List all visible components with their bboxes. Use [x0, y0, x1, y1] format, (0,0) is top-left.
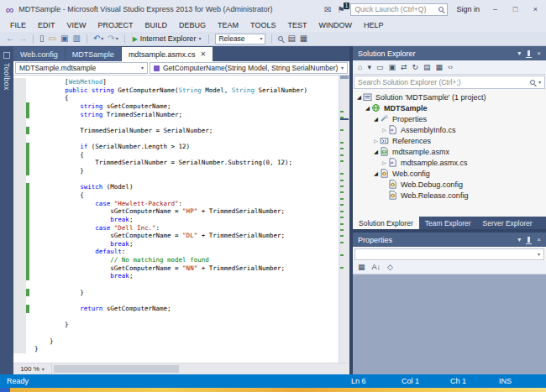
dock-tab-server-explorer[interactable]: Server Explorer	[477, 217, 538, 229]
breakpoint-margin[interactable]	[13, 175, 26, 184]
code-line[interactable]: break;	[13, 240, 339, 248]
breakpoint-margin[interactable]	[13, 329, 26, 337]
breakpoint-margin[interactable]	[13, 118, 26, 127]
chevron-down-icon[interactable]: ▾	[367, 64, 371, 71]
hscroll-track[interactable]	[52, 363, 349, 374]
code-line[interactable]: public string GetComputerName(String Mod…	[13, 86, 339, 95]
breakpoint-margin[interactable]	[13, 272, 26, 280]
collapse-arrow-icon[interactable]: ◢	[372, 149, 380, 155]
breakpoint-margin[interactable]	[13, 321, 26, 329]
breakpoint-margin[interactable]	[13, 248, 26, 256]
code-line[interactable]: }	[13, 167, 339, 175]
collapse-arrow-icon[interactable]: ◢	[355, 94, 363, 101]
tree-item-web-release-config[interactable]: Web.Release.config	[353, 190, 546, 201]
pin-icon[interactable]	[528, 237, 530, 243]
code-line[interactable]: // No matching model found	[13, 256, 339, 264]
code-line[interactable]: sGetComputerName = "HP" + TrimmedSerialN…	[13, 207, 339, 216]
code-line[interactable]: break;	[13, 216, 339, 224]
titlebar[interactable]: ∞ MDTSample - Microsoft Visual Studio Ex…	[0, 0, 546, 18]
close-tab-icon[interactable]: ✕	[200, 50, 206, 58]
expand-arrow-icon[interactable]: ▷	[381, 159, 388, 165]
menu-team[interactable]: TEAM	[212, 21, 244, 29]
navigate-forward-icon[interactable]: →	[18, 34, 27, 43]
window-position-icon[interactable]: ▾	[517, 236, 521, 243]
properties-window-icon[interactable]: ▦	[300, 34, 307, 43]
properties-titlebar[interactable]: Properties ▾×	[353, 233, 546, 247]
code-line[interactable]: switch (Model)	[13, 183, 339, 191]
menu-tools[interactable]: TOOLS	[244, 21, 281, 29]
dock-tab-solution-explorer[interactable]: Solution Explorer	[353, 217, 419, 229]
hscroll-thumb[interactable]	[54, 365, 179, 373]
code-line[interactable]: TrimmedSerialNumber = SerialNumber.Subst…	[13, 159, 339, 167]
menu-build[interactable]: BUILD	[139, 21, 174, 29]
menu-project[interactable]: PROJECT	[92, 21, 139, 29]
tree-item-mdtsample[interactable]: ◢MDTSample	[353, 102, 546, 113]
breakpoint-margin[interactable]	[13, 264, 26, 273]
property-pages-icon[interactable]: ◇	[387, 264, 393, 271]
tree-item-web-config[interactable]: ◢Web.config	[353, 168, 546, 179]
breakpoint-margin[interactable]	[13, 78, 26, 86]
code-line[interactable]	[13, 175, 339, 184]
refresh-icon[interactable]: ↻	[412, 64, 419, 71]
collapse-arrow-icon[interactable]: ◢	[364, 105, 371, 112]
breakpoint-margin[interactable]	[13, 345, 26, 353]
editor-vscrollbar[interactable]	[339, 76, 349, 363]
member-dropdown[interactable]: GetComputerName(String Model, String Ser…	[150, 62, 348, 74]
solution-search-input[interactable]: Search Solution Explorer (Ctrl+;) ▾	[354, 76, 545, 89]
breakpoint-margin[interactable]	[13, 159, 26, 167]
redo-icon[interactable]: ↷▾	[108, 34, 118, 43]
code-line[interactable]: string sGetComputerName;	[13, 102, 339, 111]
tree-item-solution-mdtsample-1-project-[interactable]: ◢Solution 'MDTSample' (1 project)	[353, 91, 546, 102]
maximize-button[interactable]: □	[508, 5, 522, 13]
breakpoint-margin[interactable]	[13, 224, 26, 233]
notifications-flag-icon[interactable]: ⚑ 1	[338, 5, 345, 14]
code-line[interactable]: {	[13, 191, 339, 200]
toolbox-tab[interactable]: Toolbox	[0, 46, 13, 374]
solution-explorer-titlebar[interactable]: Solution Explorer ▾×	[353, 46, 546, 60]
tree-item-web-debug-config[interactable]: Web.Debug.config	[353, 179, 546, 190]
code-line[interactable]: string TrimmedSerialNumber;	[13, 111, 339, 119]
tree-item-mdtsample-asmx[interactable]: ◢mdtsample.asmx	[353, 146, 546, 157]
breakpoint-margin[interactable]	[13, 313, 26, 321]
sync-with-active-document-icon[interactable]: ⇄	[401, 64, 407, 71]
code-line[interactable]: case "Dell Inc.":	[13, 224, 339, 233]
breakpoint-margin[interactable]	[13, 183, 26, 191]
code-line[interactable]: [WebMethod]	[13, 78, 339, 86]
collapse-arrow-icon[interactable]: ◢	[372, 116, 380, 123]
tree-item-references[interactable]: ▷References	[353, 135, 546, 146]
breakpoint-margin[interactable]	[13, 256, 26, 264]
scrollbar-split-handle[interactable]	[340, 76, 349, 79]
categorized-icon[interactable]: ▦	[358, 264, 365, 271]
breakpoint-margin[interactable]	[13, 143, 26, 151]
undo-icon[interactable]: ↶▾	[93, 34, 103, 43]
menu-edit[interactable]: EDIT	[32, 21, 61, 29]
save-icon[interactable]: ▣	[60, 34, 68, 43]
code-line[interactable]: }	[13, 289, 339, 297]
collapse-all-icon[interactable]: ▭	[376, 64, 384, 71]
close-button[interactable]: ×	[528, 5, 543, 13]
close-icon[interactable]: ×	[537, 50, 541, 57]
menu-window[interactable]: WINDOW	[312, 21, 358, 29]
code-line[interactable]: default:	[13, 248, 339, 256]
feedback-icon[interactable]: ✉	[324, 5, 331, 14]
minimize-button[interactable]: –	[488, 5, 502, 13]
menu-test[interactable]: TEST	[281, 21, 312, 29]
properties-object-dropdown[interactable]: ▾	[354, 248, 544, 260]
menu-debug[interactable]: DEBUG	[173, 21, 212, 29]
tab-web-config[interactable]: Web.config	[13, 47, 65, 61]
home-icon[interactable]: ⌂	[358, 64, 362, 71]
menu-help[interactable]: HELP	[358, 21, 390, 29]
breakpoint-margin[interactable]	[13, 167, 26, 175]
breakpoint-margin[interactable]	[13, 191, 26, 200]
breakpoint-margin[interactable]	[13, 134, 26, 143]
code-line[interactable]	[13, 280, 339, 289]
breakpoint-margin[interactable]	[13, 232, 26, 240]
start-debug-button[interactable]: ▶Internet Explorer▾	[131, 34, 203, 43]
solution-explorer-icon[interactable]: ▤	[287, 34, 295, 43]
type-dropdown[interactable]: MDTSample.mdtsample ▾	[15, 62, 148, 74]
code-line[interactable]: return sGetComputerName;	[13, 305, 339, 313]
code-line[interactable]: break;	[13, 272, 339, 280]
code-line[interactable]: sGetComputerName = "NN" + TrimmedSerialN…	[13, 264, 339, 273]
breakpoint-margin[interactable]	[13, 289, 26, 297]
breakpoint-margin[interactable]	[13, 94, 26, 102]
